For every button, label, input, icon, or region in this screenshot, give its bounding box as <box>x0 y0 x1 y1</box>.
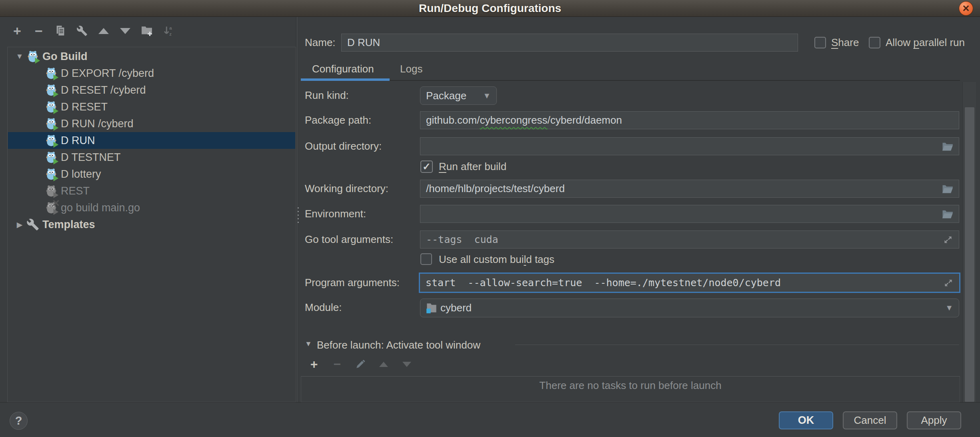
tree-item-go-build-main-go[interactable]: ✕ go build main.go <box>8 199 295 216</box>
ok-button[interactable]: OK <box>779 411 833 429</box>
go-build-icon <box>26 50 39 63</box>
allow-parallel-run-checkbox[interactable] <box>869 37 880 48</box>
tree-group-go-build[interactable]: ▼ Go Build <box>8 48 295 65</box>
move-task-down-button[interactable] <box>401 358 413 370</box>
package-path-input[interactable]: github.com/cybercongress/cyberd/daemon <box>420 111 959 129</box>
move-up-button[interactable] <box>98 25 110 37</box>
output-directory-input[interactable] <box>420 137 959 155</box>
working-directory-value: /home/hlb/projects/test/cyberd <box>426 182 565 195</box>
browse-folder-icon[interactable] <box>941 184 953 194</box>
remove-task-button[interactable]: − <box>331 358 343 370</box>
chevron-down-icon[interactable]: ▼ <box>305 340 312 348</box>
panel-splitter-shadow <box>296 17 296 402</box>
tree-item-label: D RESET <box>61 101 108 113</box>
tree-item-d-testnet[interactable]: D TESTNET <box>8 149 295 166</box>
before-launch-title[interactable]: Before launch: Activate tool window <box>317 336 480 354</box>
vertical-scrollbar-thumb[interactable] <box>965 107 974 402</box>
go-run-icon <box>45 100 58 113</box>
run-kind-label: Run kind: <box>305 86 349 104</box>
browse-folder-icon[interactable] <box>941 141 953 152</box>
environment-input[interactable] <box>420 205 959 223</box>
window-close-button[interactable]: ✕ <box>959 1 973 16</box>
edit-defaults-button[interactable] <box>76 25 88 37</box>
module-label: Module: <box>305 299 342 316</box>
run-after-build-label: Run after build <box>439 158 506 175</box>
before-launch-separator <box>515 345 959 345</box>
question-mark-icon: ? <box>15 414 22 427</box>
working-directory-input[interactable]: /home/hlb/projects/test/cyberd <box>420 180 959 198</box>
arrow-up-icon <box>98 28 109 34</box>
browse-folder-icon[interactable] <box>941 209 953 219</box>
plus-icon: + <box>310 357 318 372</box>
run-after-build-checkbox[interactable]: ✓ <box>420 160 433 173</box>
panel-splitter[interactable] <box>297 17 297 402</box>
add-task-button[interactable]: + <box>308 358 320 370</box>
module-value: cyberd <box>440 302 472 314</box>
tree-item-d-run-cyberd[interactable]: D RUN /cyberd <box>8 115 295 132</box>
tree-item-label: D TESTNET <box>61 151 121 164</box>
tree-item-d-lottery[interactable]: D lottery <box>8 166 295 182</box>
tree-item-label: D EXPORT /cyberd <box>61 67 154 80</box>
run-kind-value: Package <box>426 90 466 102</box>
tab-separator <box>390 80 960 81</box>
tab-configuration[interactable]: Configuration <box>312 60 374 78</box>
tree-item-label: REST <box>61 185 90 197</box>
tree-item-label: D lottery <box>61 168 101 180</box>
help-button[interactable]: ? <box>10 412 28 430</box>
expand-field-icon[interactable] <box>943 278 954 288</box>
remove-configuration-button[interactable]: − <box>33 25 45 37</box>
environment-label: Environment: <box>305 205 366 223</box>
wrench-icon <box>76 25 88 36</box>
share-checkbox[interactable] <box>814 37 826 48</box>
tree-item-d-reset[interactable]: D RESET <box>8 98 295 115</box>
move-down-button[interactable] <box>119 25 131 37</box>
tree-item-rest[interactable]: REST <box>8 182 295 199</box>
chevron-right-icon[interactable]: ▶ <box>13 220 26 229</box>
close-icon: ✕ <box>962 3 970 14</box>
before-launch-toolbar: + − <box>308 358 413 371</box>
spellcheck-underline: cybercongress <box>480 114 547 126</box>
tree-item-d-reset-cyberd[interactable]: D RESET /cyberd <box>8 82 295 98</box>
configurations-tree: ▼ Go Build D EXPORT /cyberd D RESET /cyb… <box>7 47 296 402</box>
splitter-grip-icon[interactable] <box>298 207 299 223</box>
chevron-down-icon[interactable]: ▼ <box>13 52 26 61</box>
tree-item-label: go build main.go <box>61 202 140 214</box>
move-task-up-button[interactable] <box>378 358 390 370</box>
add-configuration-button[interactable]: + <box>11 25 23 37</box>
tab-logs[interactable]: Logs <box>400 60 422 78</box>
minus-icon: − <box>334 357 341 372</box>
go-tool-arguments-value: --tags cuda <box>426 234 498 245</box>
name-input[interactable]: D RUN <box>341 34 798 52</box>
arrow-down-icon <box>120 28 130 34</box>
allow-parallel-run-label: Allow parallel run <box>886 34 965 51</box>
folder-plus-icon <box>141 25 152 36</box>
before-launch-empty-text: There are no tasks to run before launch <box>301 379 960 392</box>
package-path-label: Package path: <box>305 111 371 129</box>
tree-group-templates[interactable]: ▶ Templates <box>8 216 295 233</box>
tree-item-label: D RESET /cyberd <box>61 84 146 96</box>
tree-item-label: D RUN /cyberd <box>61 118 134 130</box>
use-all-custom-build-tags-checkbox[interactable] <box>420 253 432 265</box>
tree-item-d-export-cyberd[interactable]: D EXPORT /cyberd <box>8 65 295 82</box>
module-select[interactable]: cyberd ▼ <box>420 299 959 317</box>
copy-configuration-button[interactable] <box>54 25 66 37</box>
minus-icon: − <box>35 25 43 37</box>
sort-configurations-button[interactable] <box>162 25 174 37</box>
arrow-up-icon <box>379 362 388 367</box>
go-tool-arguments-input[interactable]: --tags cuda <box>420 231 959 249</box>
program-arguments-input[interactable]: start --allow-search=true --home=./mytes… <box>419 273 960 293</box>
go-run-icon <box>45 168 58 180</box>
tree-item-d-run-selected[interactable]: D RUN <box>8 132 295 149</box>
new-folder-button[interactable] <box>141 25 153 37</box>
apply-button[interactable]: Apply <box>907 411 961 429</box>
cancel-button[interactable]: Cancel <box>843 411 897 429</box>
go-run-disabled-icon <box>45 184 58 197</box>
run-kind-select[interactable]: Package ▼ <box>420 86 497 105</box>
edit-task-button[interactable] <box>354 358 366 370</box>
expand-field-icon[interactable] <box>943 235 953 245</box>
plus-icon: + <box>13 25 21 37</box>
tree-item-label: Templates <box>42 218 95 231</box>
use-all-custom-build-tags-label: Use all custom build tags <box>439 251 554 268</box>
name-value: D RUN <box>347 36 380 49</box>
program-arguments-label: Program arguments: <box>305 274 400 291</box>
